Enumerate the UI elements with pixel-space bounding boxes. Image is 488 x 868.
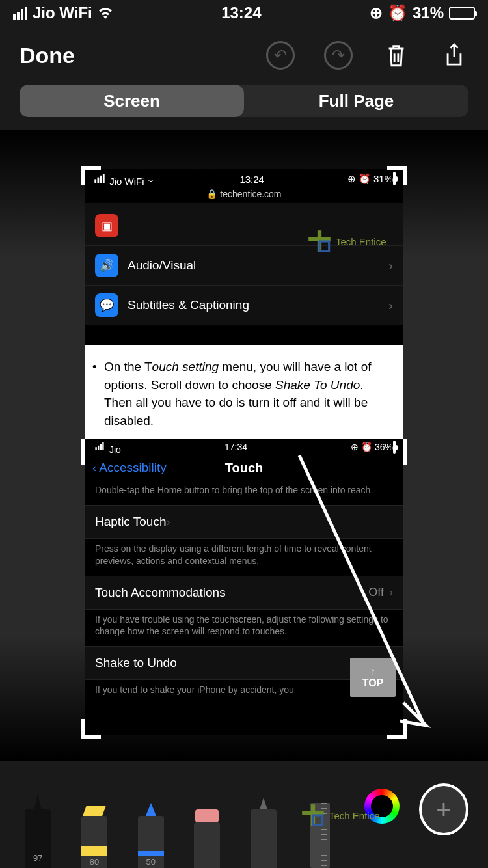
chevron-left-icon: ‹	[92, 461, 96, 475]
segment-full-page[interactable]: Full Page	[244, 85, 468, 117]
inner-status-bar: Jio WiFi ᯤ 13:24 ⊕ ⏰ 31%	[85, 169, 403, 189]
eraser-tool[interactable]	[189, 783, 226, 868]
audio-visual-icon: 🔊	[95, 254, 118, 277]
alarm-icon: ⏰	[388, 4, 407, 22]
ruler-tool[interactable]	[301, 783, 338, 868]
orientation-lock-icon: ⊕	[370, 4, 383, 22]
chevron-right-icon: ›	[167, 515, 170, 529]
subtitles-icon: 💬	[95, 293, 118, 317]
list-item: ▣ x	[85, 206, 403, 246]
arrow-up-icon: ↑	[370, 666, 375, 677]
segment-screen[interactable]: Screen	[20, 85, 244, 117]
setting-desc: Double-tap the Home button to bring the …	[85, 480, 403, 505]
share-button[interactable]	[440, 41, 468, 70]
status-time: 13:24	[221, 4, 261, 22]
setting-desc: Press on the display using a different l…	[85, 539, 403, 575]
markup-tool-tray: 97 80 50 + Tech Entice	[0, 770, 488, 868]
battery-icon	[449, 7, 475, 20]
lasso-tool[interactable]	[245, 783, 282, 868]
status-left: Jio WiFi	[13, 4, 113, 22]
inner2-nav: ‹Accessibility Touch	[85, 455, 403, 480]
trash-button[interactable]	[382, 41, 411, 70]
chevron-right-icon: ›	[388, 258, 393, 273]
inner2-status-bar: Jio 17:34 ⊕ ⏰ 36%	[85, 439, 403, 455]
setting-desc: If you have trouble using the touchscree…	[85, 610, 403, 646]
article-text: On the Touch setting menu, you will have…	[85, 345, 403, 439]
carrier-label: Jio WiFi	[33, 4, 92, 22]
wifi-icon	[98, 7, 113, 19]
crop-frame[interactable]: Jio WiFi ᯤ 13:24 ⊕ ⏰ 31% 🔒 techentice.co…	[85, 169, 403, 735]
status-bar: Jio WiFi 13:24 ⊕ ⏰ 31%	[0, 0, 488, 26]
scroll-top-button: ↑ TOP	[350, 658, 396, 697]
pencil-tool[interactable]: 50	[132, 783, 169, 868]
setting-row: Haptic Touch›	[85, 505, 403, 539]
chevron-right-icon: ›	[389, 586, 393, 599]
signal-icon	[13, 7, 27, 20]
redo-button[interactable]: ↷	[324, 41, 353, 70]
inner-url-bar: 🔒 techentice.com	[85, 189, 403, 203]
highlighter-tool[interactable]: 80	[76, 783, 113, 868]
list-item: 💬 Subtitles & Captioning ›	[85, 286, 403, 325]
color-picker-button[interactable]	[364, 789, 400, 824]
plus-icon: +	[436, 795, 451, 824]
battery-pct: 31%	[413, 4, 444, 22]
undo-button[interactable]: ↶	[266, 41, 295, 70]
screenshot-content: Jio WiFi ᯤ 13:24 ⊕ ⏰ 31% 🔒 techentice.co…	[85, 169, 403, 735]
setting-row: Touch Accommodations Off ›	[85, 576, 403, 610]
list-item: 🔊 Audio/Visual ›	[85, 246, 403, 286]
chevron-right-icon: ›	[388, 298, 393, 313]
accessibility-icon: ▣	[95, 214, 118, 237]
canvas-area[interactable]: Jio WiFi ᯤ 13:24 ⊕ ⏰ 31% 🔒 techentice.co…	[0, 130, 488, 761]
pen-tool[interactable]: 97	[20, 783, 57, 868]
add-button[interactable]: +	[419, 783, 468, 835]
markup-toolbar: Done ↶ ↷	[0, 26, 488, 85]
view-segment-control: Screen Full Page	[0, 85, 488, 130]
status-right: ⊕ ⏰ 31%	[370, 4, 475, 22]
nav-title: Touch	[225, 461, 264, 476]
back-button: ‹Accessibility	[92, 461, 167, 475]
done-button[interactable]: Done	[20, 43, 75, 68]
